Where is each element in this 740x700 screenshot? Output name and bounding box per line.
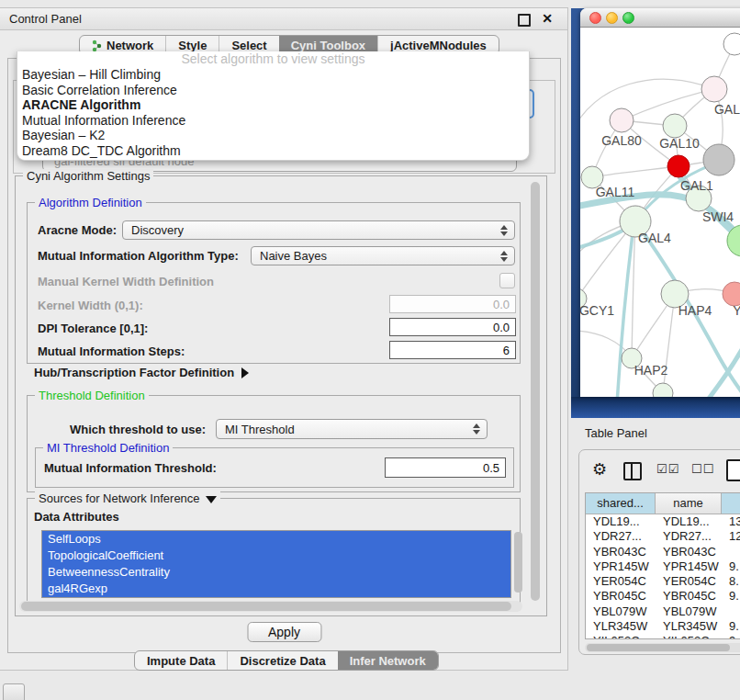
- hub-definition-expander[interactable]: Hub/Transcription Factor Definition: [34, 366, 249, 379]
- table-row[interactable]: YER054CYER054C8.: [586, 574, 740, 589]
- table-horizontal-scrollbar[interactable]: [585, 643, 740, 652]
- table-row[interactable]: YPR145WYPR145W9.: [586, 559, 740, 574]
- sources-group-title[interactable]: Sources for Network Inference: [35, 491, 220, 505]
- aracne-mode-select[interactable]: Discovery: [122, 220, 515, 240]
- node-salmon-partial-label: Y: [733, 303, 740, 318]
- table-row[interactable]: YIL052CYIL052C9.: [586, 634, 740, 639]
- mi-threshold-label: Mutual Information Threshold:: [44, 461, 217, 475]
- table-cell: [722, 604, 740, 619]
- tab-label: Cyni Toolbox: [291, 39, 365, 52]
- float-window-icon[interactable]: [518, 14, 531, 27]
- data-attributes-label: Data Attributes: [34, 510, 119, 524]
- tab-label: jActiveMNodules: [390, 39, 487, 52]
- table-cell: YBR043C: [656, 545, 722, 559]
- node-gal10[interactable]: [663, 114, 687, 138]
- node-partial-top[interactable]: [723, 33, 740, 55]
- table-cell: YPR145W: [656, 559, 722, 574]
- network-canvas[interactable]: GALGAL80GAL10GAL1GAL11SWI4GAL4GCY1HAP4YH…: [580, 28, 740, 397]
- algorithm-option[interactable]: Bayesian – K2: [17, 128, 529, 143]
- settings-horizontal-scrollbar-thumb[interactable]: [21, 602, 511, 611]
- table-horizontal-scrollbar-thumb[interactable]: [587, 644, 730, 651]
- data-attributes-list[interactable]: SelfLoopsTopologicalCoefficientBetweenne…: [41, 530, 511, 598]
- kernel-width-field: [389, 295, 516, 313]
- algorithm-option[interactable]: Mutual Information Inference: [17, 113, 529, 129]
- table-header-row: shared...nameA: [586, 493, 740, 514]
- node-gray[interactable]: [703, 144, 734, 175]
- mi-threshold-definition-group: MI Threshold Definition Mutual Informati…: [35, 447, 514, 488]
- table-row[interactable]: YDR27...YDR27...12: [586, 529, 740, 544]
- node-gal80[interactable]: [610, 108, 633, 132]
- tab-label: Network: [107, 39, 153, 52]
- unchecked-columns-icon[interactable]: ☐☐: [691, 462, 714, 476]
- expand-right-icon: [241, 367, 249, 378]
- mi-threshold-definition-title: MI Threshold Definition: [43, 441, 173, 455]
- algorithm-option[interactable]: ARACNE Algorithm: [17, 97, 529, 113]
- columns-icon[interactable]: [623, 462, 642, 480]
- table-cell: YDL19...: [656, 514, 722, 529]
- algorithm-option[interactable]: Bayesian – Hill Climbing: [17, 67, 529, 83]
- attribute-item[interactable]: BetweennessCentrality: [42, 564, 510, 581]
- algorithm-definition-group: Algorithm Definition Aracne Mode: Discov…: [27, 202, 521, 364]
- mi-algorithm-type-label: Mutual Information Algorithm Type:: [38, 249, 239, 263]
- table-row[interactable]: YDL19...YDL19...13: [586, 514, 740, 529]
- algorithm-dropdown-popup: Select algorithm to view settings Bayesi…: [17, 51, 530, 161]
- attributes-scrollbar-thumb[interactable]: [514, 532, 522, 593]
- table-row[interactable]: YBL079WYBL079W: [586, 604, 740, 619]
- tab-discretize-data[interactable]: Discretize Data: [227, 651, 337, 670]
- which-threshold-select[interactable]: MI Threshold: [216, 419, 488, 439]
- attribute-item[interactable]: SelfLoops: [42, 531, 510, 548]
- node-gal7-partial[interactable]: [701, 76, 727, 102]
- table-cell: 12: [722, 529, 740, 544]
- tab-infer-network[interactable]: Infer Network: [338, 651, 438, 670]
- aracne-mode-label: Aracne Mode:: [38, 223, 117, 237]
- table-cell: YER054C: [586, 574, 656, 589]
- threshold-definition-group: Threshold Definition Which threshold to …: [27, 395, 521, 492]
- checked-columns-icon[interactable]: ☑☑: [656, 462, 679, 476]
- table-row[interactable]: YLR345WYLR345W9.: [586, 619, 740, 634]
- mi-threshold-field[interactable]: [385, 457, 506, 478]
- table-cell: YDR27...: [656, 529, 722, 544]
- tab-impute-data[interactable]: Impute Data: [135, 651, 227, 670]
- table-row[interactable]: YBR045CYBR045C9.: [586, 589, 740, 604]
- collapse-down-icon: [206, 496, 217, 503]
- table-cell: YBR045C: [656, 589, 722, 604]
- attribute-item[interactable]: gal4RGexp: [42, 581, 510, 597]
- node-swi4-label: SWI4: [702, 209, 734, 224]
- minimize-traffic-light-icon[interactable]: [606, 12, 618, 24]
- column-header-2[interactable]: name: [656, 493, 722, 514]
- node-gal1[interactable]: [667, 155, 690, 177]
- attribute-item[interactable]: TopologicalCoefficient: [42, 548, 510, 564]
- algorithm-option[interactable]: Basic Correlation Inference: [17, 83, 529, 98]
- table-cell: YER054C: [656, 574, 722, 589]
- collapsed-panel-button[interactable]: [3, 683, 25, 700]
- algorithm-option[interactable]: Dream8 DC_TDC Algorithm: [17, 143, 529, 159]
- close-icon[interactable]: ✕: [542, 11, 553, 26]
- close-traffic-light-icon[interactable]: [589, 12, 601, 24]
- node-gal80-label: GAL80: [601, 133, 642, 148]
- network-window-titlebar[interactable]: [580, 8, 740, 28]
- table-cell: YBR045C: [586, 589, 656, 604]
- node-hap4-label: HAP4: [678, 303, 712, 318]
- dpi-tolerance-field[interactable]: [389, 318, 516, 336]
- kernel-width-label: Kernel Width (0,1):: [38, 299, 143, 312]
- algorithm-dropdown-placeholder: Select algorithm to view settings: [17, 51, 529, 67]
- manual-kernel-width-checkbox[interactable]: [499, 273, 515, 288]
- settings-scrollbar[interactable]: [530, 180, 541, 610]
- algorithm-dropdown-list: Bayesian – Hill ClimbingBasic Correlatio…: [17, 67, 529, 159]
- settings-scrollbar-thumb[interactable]: [531, 182, 540, 601]
- column-header-3[interactable]: A: [722, 493, 740, 514]
- gear-icon[interactable]: ⚙: [592, 459, 607, 480]
- tab-label: Infer Network: [350, 654, 426, 668]
- node-hap2-label: HAP2: [634, 363, 668, 378]
- mi-steps-field[interactable]: [389, 341, 516, 359]
- table-cell: YDR27...: [586, 529, 656, 544]
- settings-horizontal-scrollbar[interactable]: [19, 601, 522, 612]
- apply-button[interactable]: Apply: [247, 622, 321, 642]
- table-row[interactable]: YBR043CYBR043C: [586, 545, 740, 559]
- table-cell: 9.: [722, 559, 740, 574]
- document-icon[interactable]: [726, 459, 740, 481]
- zoom-traffic-light-icon[interactable]: [622, 12, 634, 24]
- column-header-1[interactable]: shared...: [586, 493, 656, 514]
- mi-algorithm-type-select[interactable]: Naive Bayes: [251, 246, 515, 265]
- sources-group: Sources for Network Inference Data Attri…: [27, 498, 521, 608]
